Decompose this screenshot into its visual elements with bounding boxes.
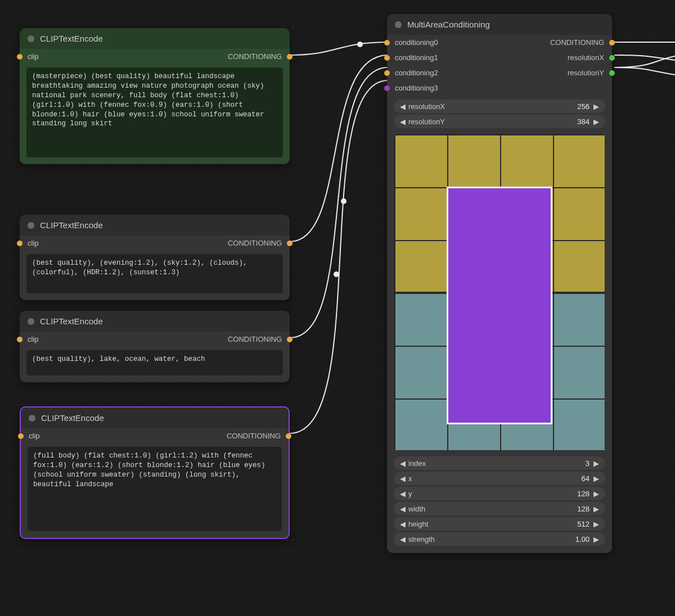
prompt-textarea[interactable]: (masterpiece) (best quality) beautiful l… — [26, 67, 283, 157]
svg-point-1 — [341, 198, 346, 204]
input-clip[interactable]: clip — [29, 432, 40, 440]
prompt-textarea[interactable]: (full body) (flat chest:1.0) (girl:1.2) … — [28, 447, 282, 531]
node-clip-text-encode-2[interactable]: CLIPTextEncode clip CONDITIONING (best q… — [20, 215, 290, 300]
input-conditioning0[interactable]: conditioning0 — [395, 38, 438, 47]
spinner-x[interactable]: ◀ x 64 ▶ — [394, 472, 605, 485]
node-collapse-dot[interactable] — [28, 318, 34, 325]
arrow-right-icon[interactable]: ▶ — [592, 535, 601, 543]
node-multi-area-conditioning[interactable]: MultiAreaConditioning conditioning0CONDI… — [387, 14, 612, 553]
node-clip-text-encode-3[interactable]: CLIPTextEncode clip CONDITIONING (best q… — [20, 311, 290, 382]
node-clip-text-encode-4[interactable]: CLIPTextEncode clip CONDITIONING (full b… — [20, 406, 290, 539]
arrow-right-icon[interactable]: ▶ — [592, 474, 601, 483]
node-title: MultiAreaConditioning — [407, 20, 490, 29]
spinner-index[interactable]: ◀ index 3 ▶ — [394, 456, 605, 470]
arrow-right-icon[interactable]: ▶ — [592, 117, 601, 126]
node-header[interactable]: MultiAreaConditioning — [387, 14, 612, 35]
node-header[interactable]: CLIPTextEncode — [20, 215, 290, 235]
node-header[interactable]: CLIPTextEncode — [20, 311, 290, 332]
spinner-width[interactable]: ◀ width 128 ▶ — [394, 502, 605, 515]
arrow-right-icon[interactable]: ▶ — [592, 520, 601, 528]
arrow-right-icon[interactable]: ▶ — [592, 459, 601, 468]
arrow-left-icon[interactable]: ◀ — [398, 102, 407, 111]
arrow-left-icon[interactable]: ◀ — [398, 459, 407, 468]
spinner-resolutionY[interactable]: ◀ resolutionY 384 ▶ — [394, 115, 605, 128]
arrow-left-icon[interactable]: ◀ — [398, 490, 407, 498]
node-clip-text-encode-1[interactable]: CLIPTextEncode clip CONDITIONING (master… — [20, 28, 290, 164]
node-title: CLIPTextEncode — [40, 316, 103, 326]
arrow-right-icon[interactable]: ▶ — [592, 490, 601, 498]
output-conditioning[interactable]: CONDITIONING — [228, 52, 282, 61]
input-clip[interactable]: clip — [28, 239, 39, 247]
spinner-resolutionX[interactable]: ◀ resolutionX 256 ▶ — [394, 99, 605, 113]
arrow-left-icon[interactable]: ◀ — [398, 117, 407, 126]
spinner-strength[interactable]: ◀ strength 1.00 ▶ — [394, 532, 605, 546]
spinner-y[interactable]: ◀ y 128 ▶ — [394, 487, 605, 500]
node-title: CLIPTextEncode — [41, 413, 104, 423]
input-conditioning1[interactable]: conditioning1 — [395, 53, 438, 62]
arrow-right-icon[interactable]: ▶ — [592, 505, 601, 513]
node-collapse-dot[interactable] — [29, 415, 35, 422]
node-collapse-dot[interactable] — [28, 35, 34, 42]
output-CONDITIONING[interactable]: CONDITIONING — [550, 38, 604, 47]
output-conditioning[interactable]: CONDITIONING — [228, 335, 282, 343]
prompt-textarea[interactable]: (best quality), (evening:1.2), (sky:1.2)… — [26, 254, 283, 293]
arrow-left-icon[interactable]: ◀ — [398, 520, 407, 528]
area-canvas[interactable] — [394, 134, 605, 451]
node-header[interactable]: CLIPTextEncode — [20, 28, 290, 49]
prompt-textarea[interactable]: (best quality), lake, ocean, water, beac… — [26, 350, 283, 375]
arrow-left-icon[interactable]: ◀ — [398, 474, 407, 483]
spinner-height[interactable]: ◀ height 512 ▶ — [394, 517, 605, 531]
arrow-right-icon[interactable]: ▶ — [592, 102, 601, 111]
node-collapse-dot[interactable] — [28, 222, 34, 229]
output-resolutionY[interactable]: resolutionY — [568, 69, 604, 77]
svg-point-2 — [334, 271, 339, 277]
arrow-left-icon[interactable]: ◀ — [398, 535, 407, 543]
input-clip[interactable]: clip — [28, 335, 39, 343]
output-resolutionX[interactable]: resolutionX — [568, 53, 604, 62]
area-zone[interactable] — [447, 187, 552, 424]
node-collapse-dot[interactable] — [395, 21, 402, 28]
node-header[interactable]: CLIPTextEncode — [21, 407, 289, 428]
node-title: CLIPTextEncode — [40, 220, 103, 230]
output-conditioning[interactable]: CONDITIONING — [228, 239, 282, 247]
input-conditioning2[interactable]: conditioning2 — [395, 69, 438, 77]
arrow-left-icon[interactable]: ◀ — [398, 505, 407, 513]
input-conditioning3[interactable]: conditioning3 — [395, 84, 438, 92]
input-clip[interactable]: clip — [28, 52, 39, 61]
svg-point-0 — [357, 42, 363, 47]
node-title: CLIPTextEncode — [40, 34, 103, 43]
output-conditioning[interactable]: CONDITIONING — [227, 432, 281, 440]
